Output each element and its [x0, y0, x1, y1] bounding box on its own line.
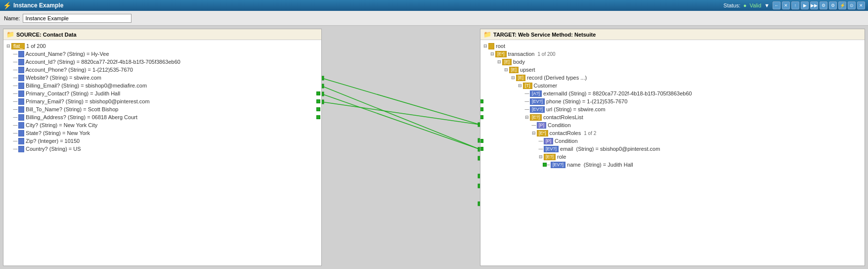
source-node-account-id[interactable]: — Account_Id? (String) = 8820ca77-202f-4…	[4, 58, 320, 66]
expand-icon[interactable]: ⊟	[489, 51, 495, 57]
app-title: Instance Example	[13, 2, 63, 9]
connector-dot-right	[316, 115, 320, 119]
expand-icon[interactable]: ⊟	[510, 75, 516, 81]
expand-icon[interactable]: ⊟	[5, 43, 11, 49]
expand-icon: —	[12, 106, 18, 112]
node-type-box	[18, 90, 24, 97]
source-panel: 📁 SOURCE: Contact Data ⊟ flat_ 1 of 200 …	[3, 29, 322, 266]
toolbar-target-icon[interactable]: ⊙	[848, 1, 856, 9]
status-label: Status:	[724, 2, 740, 8]
name-input[interactable]	[23, 14, 131, 23]
source-node-zip[interactable]: — Zip? (Integer) = 10150	[4, 137, 320, 145]
target-transaction-node[interactable]: ⊟ [E*] transaction 1 of 200	[481, 50, 864, 58]
status-icon: ●	[743, 2, 747, 8]
source-node-account-name[interactable]: — Account_Name? (String) = Hy-Vee	[4, 50, 320, 58]
target-folder-icon: 📁	[483, 31, 491, 38]
p-box: [P]	[544, 138, 553, 144]
expand-icon[interactable]: ⊟	[482, 43, 488, 49]
source-node-country[interactable]: — Country? (String) = US	[4, 145, 320, 153]
e-star-box: [E*]	[495, 51, 507, 57]
app-icon: ⚡	[3, 1, 11, 9]
source-root-node[interactable]: ⊟ flat_ 1 of 200	[4, 42, 320, 50]
target-condition2-node[interactable]: — [P] Condition	[481, 137, 864, 145]
target-body-node[interactable]: ⊟ [E] body	[481, 58, 864, 66]
toolbar-run2-icon[interactable]: ▶▶	[810, 1, 818, 9]
connector-dot-left	[480, 147, 483, 151]
expand-icon: —	[12, 83, 18, 89]
ev7-box: [EV?]	[530, 98, 545, 105]
expand-icon[interactable]: ⊟	[496, 59, 502, 65]
toolbar-settings-icon[interactable]: ⚙	[820, 1, 827, 9]
toolbar-run-icon[interactable]: ▶	[801, 1, 809, 9]
ev7-box: [E?]	[544, 154, 556, 160]
node-type-box	[18, 67, 24, 73]
target-panel: 📁 TARGET: Web Service Method: Netsuite ⊟…	[480, 29, 865, 266]
target-url-node[interactable]: — [EV?] url (String) = sbwire.com	[481, 105, 864, 113]
source-tree: ⊟ flat_ 1 of 200 — Account_Name? (String…	[3, 40, 321, 155]
target-contactroles-node[interactable]: ⊟ [E*] contactRoles 1 of 2	[481, 129, 864, 137]
expand-icon: —	[12, 67, 18, 73]
node-type-box	[18, 138, 24, 144]
toolbar-up-icon[interactable]: ↑	[791, 1, 799, 9]
node-type-box	[18, 83, 24, 89]
svg-line-2	[322, 94, 480, 149]
target-record-node[interactable]: ⊟ [E] record (Derived types ...)	[481, 74, 864, 82]
node-type-box	[18, 106, 24, 113]
target-externalid-node[interactable]: — [A?] externalId (String) = 8820ca77-20…	[481, 90, 864, 97]
toolbar: ← ✕ ↑ ▶ ▶▶ ⚙ ⚙ ⚡ ⊙ ✕	[773, 1, 865, 9]
name-bar: Name:	[0, 11, 868, 26]
expand-icon[interactable]: ⊟	[524, 114, 530, 120]
source-node-state[interactable]: — State? (String) = New York	[4, 129, 320, 137]
ev7-box: [EV?]	[544, 146, 559, 152]
source-header: 📁 SOURCE: Contact Data	[3, 29, 321, 40]
dropdown-icon[interactable]: ▼	[764, 2, 770, 8]
source-node-bill-to-name[interactable]: — Bill_To_Name? (String) = Scott Bishop	[4, 105, 320, 113]
expand-icon: —	[538, 146, 544, 152]
target-upsert-node[interactable]: ⊟ [E] upsert	[481, 66, 864, 74]
expand-icon[interactable]: ⊟	[517, 83, 523, 89]
title-bar-left: ⚡ Instance Example	[3, 1, 63, 9]
t-box: [T]	[523, 83, 532, 89]
expand-icon: —	[524, 106, 530, 112]
expand-icon[interactable]: ⊟	[538, 154, 544, 160]
title-bar: ⚡ Instance Example Status: ● Valid ▼ ← ✕…	[0, 0, 868, 11]
target-condition1-node[interactable]: — [P] Condition	[481, 121, 864, 129]
node-type-box	[18, 114, 24, 121]
node-type-box	[18, 98, 24, 105]
source-node-billing-address[interactable]: — Billing_Address? (String) = 06818 Aber…	[4, 113, 320, 121]
toolbar-back-icon[interactable]: ←	[773, 1, 781, 9]
ev7-box: [E?]	[530, 114, 542, 121]
connector-area	[322, 26, 480, 269]
expand-icon[interactable]: ⊟	[531, 130, 537, 136]
toolbar-x-icon[interactable]: ✕	[857, 1, 865, 9]
ev7-box: [EV?]	[551, 162, 565, 168]
source-node-account-phone[interactable]: — Account_Phone? (String) = 1-(212)535-7…	[4, 66, 320, 74]
expand-icon: —	[12, 130, 18, 136]
connector-dot-left	[480, 99, 483, 103]
connector-dot-right	[316, 91, 320, 95]
toolbar-settings2-icon[interactable]: ⚙	[829, 1, 837, 9]
expand-icon[interactable]: ⊟	[503, 67, 509, 73]
source-node-city[interactable]: — City? (String) = New York City	[4, 121, 320, 129]
e-box: [E]	[502, 59, 512, 65]
target-root-node[interactable]: ⊟ root	[481, 42, 864, 50]
target-tree: ⊟ root ⊟ [E*] transaction 1 of 200 ⊟ [E]…	[480, 40, 865, 171]
source-node-website[interactable]: — Website? (String) = sbwire.com	[4, 74, 320, 82]
mapping-lines	[322, 26, 480, 269]
target-phone-node[interactable]: — [EV?] phone (String) = 1-(212)535-7670	[481, 97, 864, 105]
source-node-billing-email[interactable]: — Billing_Email? (String) = sbishop0@med…	[4, 82, 320, 90]
node-type-box	[18, 146, 24, 152]
target-customer-node[interactable]: ⊟ [T] Customer	[481, 82, 864, 90]
target-contactroleslist-node[interactable]: ⊟ [E?] contactRolesList	[481, 113, 864, 121]
target-role-node[interactable]: ⊟ [E?] role	[481, 153, 864, 161]
expand-icon: —	[12, 122, 18, 128]
connector-dot-left	[480, 115, 483, 119]
connector-dot-left	[480, 139, 483, 143]
target-name-node[interactable]: — [EV?] name (String) = Judith Hall	[481, 161, 864, 169]
folder-box	[488, 43, 494, 49]
toolbar-close-icon[interactable]: ✕	[782, 1, 790, 9]
toolbar-flash-icon[interactable]: ⚡	[838, 1, 846, 9]
source-node-primary-contact[interactable]: — Primary_Contact? (String) = Judith Hal…	[4, 90, 320, 97]
source-node-primary-email[interactable]: — Primary_Email? (String) = sbishop0@pin…	[4, 97, 320, 105]
target-email-node[interactable]: — [EV?] email (String) = sbishop0@pinter…	[481, 145, 864, 153]
